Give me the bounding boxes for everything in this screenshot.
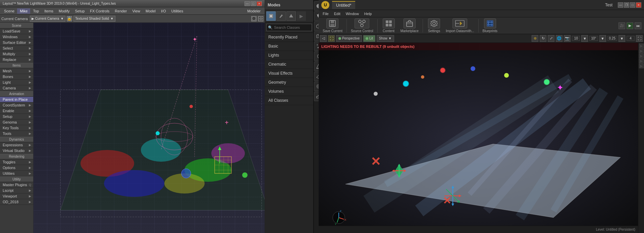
edge-btn-5[interactable]: ▷ <box>639 64 644 68</box>
sidebar-item-expressions[interactable]: Expressions ▶ <box>0 142 33 148</box>
lw-maximize-button[interactable]: □ <box>251 1 256 6</box>
ue-close-button[interactable]: ✕ <box>636 2 641 8</box>
vp-grid-down[interactable]: ▼ <box>581 35 588 42</box>
sidebar-item-genoma[interactable]: Genoma ▶ <box>0 120 33 125</box>
sidebar-item-tools[interactable]: Tools ▶ <box>0 131 33 137</box>
lw-menu-setup[interactable]: Setup <box>72 8 88 14</box>
lw-3d-viewport[interactable]: ✦ <box>34 23 265 233</box>
ue-menu-file[interactable]: File <box>320 11 331 16</box>
modes-expand-button[interactable]: ▶ <box>297 11 306 21</box>
sidebar-item-mesh[interactable]: Mesh ▶ <box>0 68 33 74</box>
sidebar-item-utilities[interactable]: Utilities ▶ <box>0 171 33 176</box>
viewport-maximize-icon[interactable]: ⛶ <box>328 35 335 42</box>
sidebar-item-toggles[interactable]: Toggles ▶ <box>0 159 33 165</box>
lw-minimize-button[interactable]: — <box>245 1 250 6</box>
toolbar-camera-icon[interactable]: 🎥 <box>619 22 625 29</box>
lw-menu-utilities[interactable]: Utilities <box>169 8 186 14</box>
sidebar-item-camera[interactable]: Camera ▶ <box>0 85 33 91</box>
lw-menu-modify[interactable]: Modify <box>56 8 72 14</box>
lw-camera-dropdown[interactable]: ▶ Current Camera ▼ <box>30 16 65 22</box>
place-mode-button[interactable] <box>266 11 276 21</box>
lw-menu-mike[interactable]: Mike <box>17 8 30 14</box>
ue-menu-help[interactable]: Help <box>362 11 375 16</box>
save-current-button[interactable]: Save Current <box>321 18 344 33</box>
ue-menu-window[interactable]: Window <box>343 11 362 16</box>
vp-world-icon[interactable]: 🌐 <box>556 35 562 42</box>
edge-btn-4[interactable]: ▷ <box>639 59 644 63</box>
lw-menu-model[interactable]: Model <box>143 8 158 14</box>
source-control-button[interactable]: Source Control <box>350 18 375 33</box>
category-geometry[interactable]: Geometry <box>265 78 313 87</box>
edge-btn-2[interactable]: ▷ <box>639 49 644 53</box>
sidebar-item-setup[interactable]: Setup ▶ <box>0 114 33 120</box>
blueprints-button[interactable]: Blueprints <box>481 18 499 33</box>
sidebar-item-master-plugins[interactable]: Master Plugins Q <box>0 182 33 188</box>
paint-mode-button[interactable] <box>276 11 286 21</box>
sidebar-item-virtual-studio[interactable]: Virtual Studio ▶ <box>0 148 33 154</box>
vp-rotate-icon[interactable]: ↻ <box>540 35 546 42</box>
sidebar-item-parent-in-place[interactable]: Parent in Place <box>0 97 33 102</box>
ue-active-tab[interactable]: Untitled* <box>332 1 355 9</box>
sidebar-item-bones[interactable]: Bones ▶ <box>0 74 33 80</box>
category-recently-placed[interactable]: Recently Placed <box>265 33 313 42</box>
sidebar-item-keytools[interactable]: Key Tools ▶ <box>0 125 33 131</box>
perspective-button[interactable]: Perspective <box>336 35 362 42</box>
category-volumes[interactable]: Volumes <box>265 87 313 96</box>
vp-scale-icon[interactable]: ⤢ <box>548 35 554 42</box>
lw-menu-fxcontrols[interactable]: FX Controls <box>87 8 112 14</box>
category-visual-effects[interactable]: Visual Effects <box>265 69 313 78</box>
category-all-classes[interactable]: All Classes <box>265 96 313 105</box>
vp-translate-icon[interactable]: ⊕ <box>532 35 538 42</box>
ue-restore-button[interactable]: ❐ <box>624 2 629 8</box>
vp-fullscreen[interactable]: ⛶ <box>636 35 643 42</box>
sidebar-item-windows[interactable]: Windows ▶ <box>0 34 33 40</box>
lw-render-mode-dropdown[interactable]: Textured Shaded Solid ▼ <box>73 16 115 22</box>
svg-text:✦: ✦ <box>557 83 564 92</box>
sidebar-item-light[interactable]: Light ▶ <box>0 80 33 85</box>
category-cinematic[interactable]: Cinematic <box>265 60 313 69</box>
category-lights[interactable]: Lights <box>265 51 313 60</box>
ue-3d-viewport[interactable]: LIGHTING NEEDS TO BE REBUILT (9 unbuilt … <box>319 43 638 233</box>
lw-maximize-viewport-icon[interactable]: ⛶ <box>258 16 263 21</box>
sidebar-item-coordsystem[interactable]: CoordSystem ▶ <box>0 102 33 108</box>
sidebar-item-replace[interactable]: Replace ▶ <box>0 57 33 63</box>
lw-menu-modeler[interactable]: Modeler <box>245 8 263 14</box>
toolbar-play-icon[interactable]: ▶ <box>627 22 633 29</box>
lw-menu-io[interactable]: I/O <box>158 8 169 14</box>
sidebar-item-options[interactable]: Options ▶ <box>0 165 33 171</box>
lw-menu-scene[interactable]: Scene <box>1 8 17 14</box>
geometry-mode-button[interactable] <box>286 11 296 21</box>
sidebar-item-select[interactable]: Select ▶ <box>0 46 33 51</box>
sidebar-item-loadsave[interactable]: Load/Save ▶ <box>0 28 33 34</box>
import-datasmith-button[interactable]: Import Datasmith... <box>444 18 475 33</box>
lit-button[interactable]: Lit <box>363 35 375 42</box>
settings-button[interactable]: Settings <box>426 18 442 33</box>
viewport-nav-icon[interactable]: ◁ <box>320 35 327 42</box>
vp-rotation-down[interactable]: ▼ <box>599 35 606 42</box>
ue-menu-edit[interactable]: Edit <box>331 11 343 16</box>
lw-lock-icon[interactable]: 🔒 <box>67 16 72 21</box>
sidebar-item-od2018[interactable]: OD_2018 ▶ <box>0 199 33 205</box>
show-button[interactable]: Show ▼ <box>377 35 394 42</box>
lw-menu-items[interactable]: Items <box>42 8 56 14</box>
lw-menu-render[interactable]: Render <box>112 8 129 14</box>
sidebar-item-multiply[interactable]: Multiply ▶ <box>0 51 33 57</box>
edge-btn-3[interactable]: ▷ <box>639 54 644 58</box>
lw-menu-top[interactable]: Top <box>30 8 42 14</box>
vp-scale-down[interactable]: ▼ <box>619 35 625 42</box>
edge-btn-1[interactable]: ▷ <box>639 44 644 48</box>
marketplace-button[interactable]: Marketplace <box>399 18 420 33</box>
ue-maximize-button[interactable]: □ <box>630 2 635 8</box>
sidebar-item-surface-editor[interactable]: Surface Editor ▶ <box>0 40 33 46</box>
sidebar-item-enable[interactable]: Enable ▶ <box>0 108 33 114</box>
ue-minimize-button[interactable]: — <box>618 2 623 8</box>
lw-close-button[interactable]: ✕ <box>257 1 262 6</box>
vp-camera-speed-icon[interactable]: 📷 <box>564 35 571 42</box>
sidebar-item-lscript[interactable]: Lscript ▶ <box>0 188 33 193</box>
content-button[interactable]: Content <box>380 18 397 33</box>
lw-menu-view[interactable]: View <box>129 8 143 14</box>
toolbar-skip-icon[interactable]: ⏭ <box>635 22 641 29</box>
category-basic[interactable]: Basic <box>265 42 313 51</box>
sidebar-item-viewport[interactable]: Viewport ▶ <box>0 193 33 199</box>
lw-settings-icon[interactable]: ⚙ <box>251 16 257 21</box>
